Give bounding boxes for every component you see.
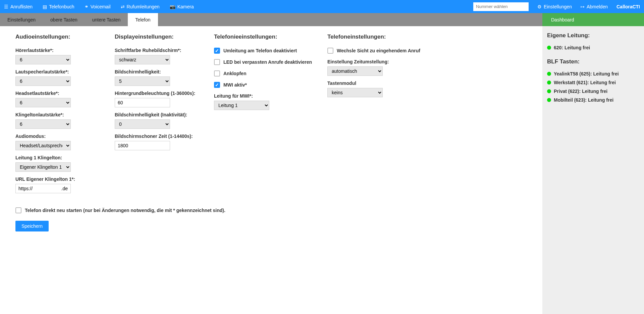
blf-text: Mobilteil (623): Leitung frei [554, 97, 613, 103]
status-dot-icon [547, 98, 551, 102]
blf-text: Privat (622): Leitung frei [554, 89, 607, 94]
settings-label: Einstellungen [544, 4, 572, 9]
sidebar: Eigene Leitung: 620: Leitung frei BLF Ta… [542, 26, 644, 314]
nav-label: Kamera [177, 4, 194, 9]
display-column: Displayeinstellungen: Schriftfarbe Ruheb… [115, 34, 199, 155]
led-missed-label: LED bei verpassten Anrufe deaktivieren [223, 59, 312, 65]
led-missed-checkbox[interactable] [214, 59, 220, 65]
audio-column: Audioeinstellungen: Hörerlautstärke*: 6 … [15, 34, 99, 198]
ringtone-url-input[interactable] [15, 184, 71, 193]
brightness-select[interactable]: 5 [115, 76, 170, 86]
logout-label: Abmelden [587, 4, 608, 9]
dst-select[interactable]: automatisch [327, 66, 383, 76]
line1-ringtone-label: Leitung 1 Klingelton: [15, 155, 99, 160]
keymodule-label: Tastenmodul [327, 81, 420, 86]
brand-label: CalloraCTI [616, 4, 640, 9]
mwi-label: MWI aktiv* [223, 82, 247, 88]
status-dot-icon [547, 81, 551, 85]
tab-untere-tasten[interactable]: untere Tasten [85, 13, 128, 26]
speaker-volume-label: Lautspecherlautstärke*: [15, 69, 99, 74]
logout-link[interactable]: ↦ Abmelden [581, 4, 608, 9]
gear-icon: ⚙ [537, 4, 542, 9]
topbar: ☰ Anruflisten ▤ Telefonbuch ⚭ Voicemail … [0, 0, 644, 13]
nav-label: Rufumleitungen [127, 4, 160, 9]
dst-label: Einstellung Zeitumstellung: [327, 59, 420, 64]
blf-item[interactable]: Werkstatt (621): Leitung frei [547, 80, 639, 85]
mwi-line-label: Leitung für MWI*: [214, 93, 312, 99]
tab-obere-tasten[interactable]: obere Tasten [43, 13, 85, 26]
nav-voicemail[interactable]: ⚭ Voicemail [85, 4, 111, 9]
screensaver-input[interactable] [115, 141, 170, 150]
backlight-label: Hintergrundbeleuchtung (1-36000s): [115, 91, 199, 96]
blf-item[interactable]: Privat (622): Leitung frei [547, 89, 639, 94]
switch-view-checkbox[interactable] [327, 48, 333, 54]
nav-label: Voicemail [91, 4, 111, 9]
ringtone-url-label: URL Eigener Klingelton 1*: [15, 176, 99, 182]
screensaver-label: Bildschirmschoner Zeit (1-14400s): [115, 134, 199, 139]
mwi-checkbox[interactable] [214, 82, 220, 88]
switch-view-label: Wechsle Sicht zu eingehendem Anruf [337, 48, 420, 53]
tab-einstellungen[interactable]: Einstellungen [0, 13, 43, 26]
handset-volume-select[interactable]: 6 [15, 55, 71, 64]
restart-checkbox[interactable] [15, 207, 21, 213]
call-waiting-checkbox[interactable] [214, 70, 220, 76]
topbar-right: ⚙ Einstellungen ↦ Abmelden CalloraCTI [473, 2, 640, 11]
logout-icon: ↦ [581, 4, 585, 9]
audio-mode-select[interactable]: Headset/Lautsprecher [15, 141, 71, 150]
forward-icon: ⇄ [121, 4, 125, 9]
tabbar: Einstellungen obere Tasten untere Tasten… [0, 13, 644, 26]
status-dot-icon [547, 89, 551, 93]
brightness-label: Bildschirmhelligkeit: [115, 69, 199, 74]
nav-kamera[interactable]: 📷 Kamera [170, 4, 194, 9]
phonebook-icon: ▤ [43, 4, 47, 9]
nav-label: Telefonbuch [49, 4, 74, 9]
ring-volume-select[interactable]: 6 [15, 119, 71, 129]
blf-item[interactable]: YealinkT58 (625): Leitung frei [547, 71, 639, 76]
headset-volume-label: Headsetlautstärke*: [15, 91, 99, 96]
list-icon: ☰ [4, 4, 8, 9]
backlight-input[interactable] [115, 98, 170, 107]
fontcolor-select[interactable]: schwarz [115, 55, 170, 64]
forward-off-label: Umleitung am Telefon deaktiviert [223, 48, 297, 53]
restart-label: Telefon direkt neu starten (nur bei Ände… [25, 208, 225, 213]
voicemail-icon: ⚭ [85, 4, 89, 9]
status-dot-icon [547, 72, 551, 76]
dashboard-badge[interactable]: Dashboard [542, 13, 644, 26]
audio-heading: Audioeinstellungen: [15, 34, 99, 40]
topbar-nav: ☰ Anruflisten ▤ Telefonbuch ⚭ Voicemail … [4, 4, 194, 9]
fontcolor-label: Schriftfarbe Ruhebildschirm*: [115, 48, 199, 53]
keymodule-select[interactable]: keins [327, 88, 383, 97]
own-line-heading: Eigene Leitung: [547, 32, 639, 39]
forward-off-checkbox[interactable] [214, 48, 220, 54]
nav-rufumleitungen[interactable]: ⇄ Rufumleitungen [121, 4, 160, 9]
blf-item[interactable]: Mobilteil (623): Leitung frei [547, 97, 639, 103]
speaker-volume-select[interactable]: 6 [15, 76, 71, 86]
phone-column: Telefoneinstellungen: Wechsle Sicht zu e… [327, 34, 420, 102]
idle-brightness-select[interactable]: 0 [115, 119, 170, 129]
telephony-heading: Telefonieeinstellungen: [214, 34, 312, 40]
phone-heading: Telefoneinstellungen: [327, 34, 420, 40]
ring-volume-label: Klingeltonlautstärke*: [15, 112, 99, 117]
call-waiting-label: Anklopfen [223, 71, 246, 76]
idle-brightness-label: Bildschirmhelligkeit (Inaktivität): [115, 112, 199, 117]
mwi-line-select[interactable]: Leitung 1 [214, 101, 269, 110]
status-dot-icon [547, 46, 551, 50]
blf-text: YealinkT58 (625): Leitung frei [554, 71, 619, 76]
telephony-column: Telefonieeinstellungen: Umleitung am Tel… [214, 34, 312, 115]
settings-link[interactable]: ⚙ Einstellungen [537, 4, 572, 9]
line1-ringtone-select[interactable]: Eigener Klingelton 1 [15, 162, 71, 172]
nav-telefonbuch[interactable]: ▤ Telefonbuch [43, 4, 74, 9]
own-line-text: 620: Leitung frei [554, 45, 590, 50]
save-button[interactable]: Speichern [15, 221, 49, 231]
tab-telefon[interactable]: Telefon [128, 13, 158, 26]
camera-icon: 📷 [170, 4, 175, 9]
display-heading: Displayeinstellungen: [115, 34, 199, 40]
settings-panel: Audioeinstellungen: Hörerlautstärke*: 6 … [0, 26, 542, 314]
own-line-item[interactable]: 620: Leitung frei [547, 45, 639, 50]
audio-mode-label: Audiomodus: [15, 134, 99, 139]
nav-anruflisten[interactable]: ☰ Anruflisten [4, 4, 33, 9]
blf-text: Werkstatt (621): Leitung frei [554, 80, 616, 85]
blf-heading: BLF Tasten: [547, 58, 639, 65]
dial-input[interactable] [473, 2, 529, 11]
headset-volume-select[interactable]: 6 [15, 98, 71, 107]
